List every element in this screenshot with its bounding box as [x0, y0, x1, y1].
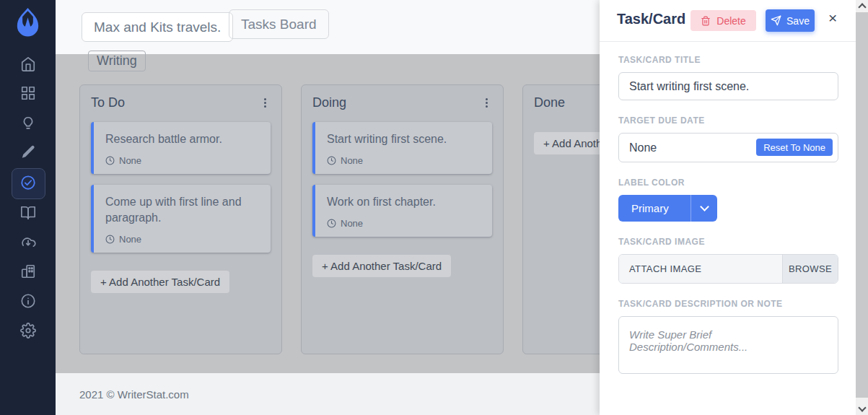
app-window: Max and Kits travels. Tasks Board Writin… — [0, 0, 868, 415]
task-card-title: Come up with first line and paragraph. — [105, 194, 259, 226]
task-card[interactable]: Research battle armor. None — [91, 122, 271, 174]
task-card-due: None — [119, 234, 141, 245]
task-card[interactable]: Come up with first line and paragraph. N… — [91, 185, 271, 253]
task-card[interactable]: Work on first chapter. None — [312, 185, 492, 237]
clock-icon — [327, 219, 336, 228]
task-card[interactable]: Start writing first scene. None — [312, 122, 492, 174]
description-field-label: TASK/CARD DESCRIPTION OR NOTE — [618, 299, 838, 309]
reset-to-none-button[interactable]: Reset To None — [756, 139, 833, 156]
attach-image-input[interactable]: ATTACH IMAGE BROWSE — [618, 254, 838, 284]
scroll-up-arrow-icon[interactable] — [856, 0, 868, 12]
app-logo-flame-icon[interactable] — [11, 6, 45, 40]
column-todo: To Do Research battle armor. None Come u… — [79, 84, 282, 354]
browse-button[interactable]: BROWSE — [782, 255, 838, 283]
label-color-field-label: LABEL COLOR — [618, 178, 838, 188]
panel-body: TASK/CARD TITLE TARGET DUE DATE None Res… — [618, 41, 838, 415]
description-textarea[interactable] — [618, 316, 838, 374]
close-icon[interactable]: × — [828, 10, 837, 25]
task-card-panel: Task/Card Delete Save × TASK/CARD TITLE … — [600, 0, 856, 415]
building-icon[interactable] — [0, 257, 56, 286]
column-title: Done — [534, 95, 565, 110]
cloud-download-icon[interactable] — [0, 228, 56, 257]
column-title: Doing — [312, 95, 346, 110]
column-title: To Do — [91, 95, 125, 110]
dashboard-icon[interactable] — [0, 79, 56, 108]
workspace-title-input[interactable]: Max and Kits travels. — [82, 12, 233, 42]
save-button-label: Save — [786, 15, 810, 27]
save-button[interactable]: Save — [766, 9, 815, 32]
task-card-due: None — [119, 155, 141, 166]
column-doing: Doing Start writing first scene. None Wo… — [301, 84, 504, 354]
label-color-value: Primary — [618, 202, 691, 214]
info-icon[interactable] — [0, 287, 56, 315]
delete-button[interactable]: Delete — [691, 10, 756, 31]
sidebar — [0, 0, 56, 415]
column-menu-kebab-icon[interactable] — [481, 96, 492, 110]
book-icon[interactable] — [0, 198, 56, 227]
copyright-text: 2021 © WriterStat.com — [79, 388, 189, 401]
attach-image-label: ATTACH IMAGE — [619, 255, 782, 283]
task-title-input[interactable] — [618, 72, 838, 100]
task-card-title: Work on first chapter. — [327, 194, 481, 210]
check-circle-icon[interactable] — [0, 168, 56, 197]
send-icon — [771, 15, 781, 26]
title-field-label: TASK/CARD TITLE — [618, 55, 838, 65]
panel-header: Task/Card Delete Save × — [600, 0, 856, 42]
scroll-down-arrow-icon[interactable] — [856, 403, 868, 415]
add-task-card-button[interactable]: + Add Another Task/Card — [312, 255, 451, 277]
column-menu-kebab-icon[interactable] — [259, 96, 271, 110]
panel-title: Task/Card — [617, 11, 685, 27]
vertical-scrollbar[interactable] — [856, 0, 868, 415]
clock-icon — [327, 156, 336, 165]
due-field-label: TARGET DUE DATE — [618, 115, 838, 126]
add-task-card-button[interactable]: + Add Another Task/Card — [91, 271, 229, 293]
gear-icon[interactable] — [0, 316, 56, 345]
home-icon[interactable] — [0, 50, 56, 79]
task-card-title: Research battle armor. — [105, 131, 259, 147]
task-card-due: None — [341, 218, 363, 229]
label-color-dropdown[interactable]: Primary — [618, 195, 717, 222]
board-tag-writing[interactable]: Writing — [88, 51, 146, 71]
due-date-input[interactable]: None Reset To None — [618, 133, 838, 162]
lightbulb-icon[interactable] — [0, 109, 56, 138]
trash-icon — [701, 16, 711, 26]
chevron-down-icon — [700, 202, 709, 211]
pencil-icon[interactable] — [0, 138, 56, 167]
scrollbar-thumb[interactable] — [856, 12, 868, 398]
board-title-label[interactable]: Tasks Board — [229, 9, 329, 39]
task-card-due: None — [341, 155, 363, 166]
due-date-value: None — [629, 141, 657, 154]
image-field-label: TASK/CARD IMAGE — [618, 237, 838, 247]
task-card-title: Start writing first scene. — [327, 131, 481, 147]
clock-icon — [105, 235, 115, 244]
clock-icon — [105, 156, 115, 165]
delete-button-label: Delete — [716, 15, 745, 27]
